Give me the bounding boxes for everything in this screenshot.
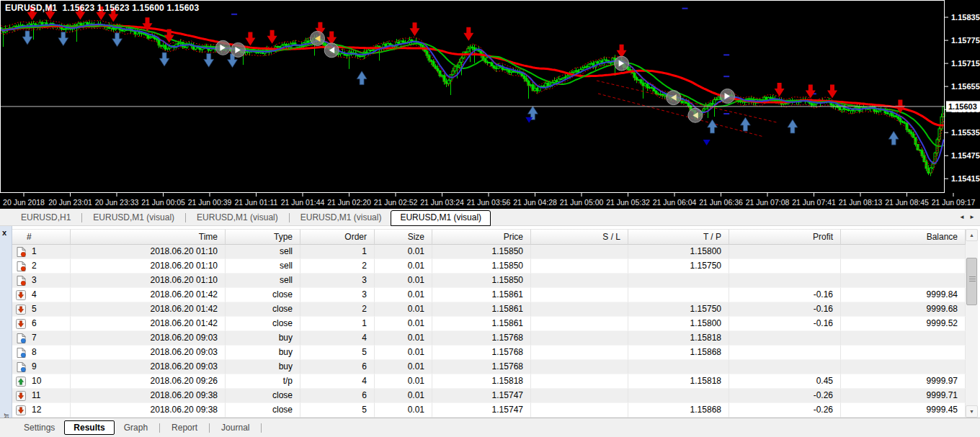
time-cell: 2018.06.20 01:42 xyxy=(71,317,226,331)
balance-cell: 9999.68 xyxy=(841,302,966,317)
time-cell: 2018.06.20 09:03 xyxy=(71,360,226,374)
size-cell: 0.01 xyxy=(375,389,432,403)
time-cell: 2018.06.20 01:42 xyxy=(71,302,226,317)
tester-tab-report[interactable]: Report xyxy=(162,420,207,435)
row-number: 4 xyxy=(32,288,37,302)
result-row-8[interactable]: 82018.06.20 09:03buy50.011.157681.15868 xyxy=(12,346,966,360)
order-tp-icon xyxy=(16,377,27,387)
table-scrollbar[interactable]: ▲ ▼ xyxy=(966,229,978,418)
result-row-3[interactable]: 32018.06.20 01:10sell30.011.15850 xyxy=(12,274,966,288)
sl-cell xyxy=(531,274,628,288)
row-number: 10 xyxy=(32,374,41,388)
time-cell: 2018.06.20 01:10 xyxy=(71,259,226,274)
tab-scroll-right-icon[interactable]: ► xyxy=(969,214,976,220)
size-cell: 0.01 xyxy=(375,360,432,374)
profit-cell: -0.16 xyxy=(729,288,841,302)
result-row-7[interactable]: 72018.06.20 09:03buy40.011.157681.15818 xyxy=(12,331,966,346)
price-tick-label: 1.15655 xyxy=(951,82,980,91)
column-header-order[interactable]: Order xyxy=(300,229,375,245)
sl-cell xyxy=(531,374,628,389)
time-cell: 2018.06.20 01:42 xyxy=(71,288,226,302)
size-cell: 0.01 xyxy=(375,374,432,389)
price-tick-label: 1.15535 xyxy=(951,128,980,137)
column-header-profit[interactable]: Profit xyxy=(729,229,841,245)
sl-cell xyxy=(531,403,628,418)
order-close-icon xyxy=(16,319,27,329)
time-tick-label: 21 Jun 02:52 xyxy=(374,198,418,207)
result-row-2[interactable]: 22018.06.20 01:10sell20.011.158501.15750 xyxy=(12,259,966,274)
tester-tab-journal[interactable]: Journal xyxy=(212,420,259,435)
table-header-row: #TimeTypeOrderSizePriceS / LT / PProfitB… xyxy=(12,229,966,245)
chart-tab-1[interactable]: EURUSD,H1 xyxy=(12,210,80,225)
buy-arrow-up-icon xyxy=(888,131,899,145)
tp-cell: 1.15750 xyxy=(628,302,729,317)
column-header-type[interactable]: Type xyxy=(226,229,300,245)
tester-tab-results[interactable]: Results xyxy=(64,420,114,435)
tp-cell: 1.15818 xyxy=(628,374,729,389)
profit-cell: -0.26 xyxy=(729,389,841,403)
column-header-sl[interactable]: S / L xyxy=(531,229,628,245)
profit-cell: -0.16 xyxy=(729,317,841,331)
tab-separator xyxy=(185,213,186,222)
result-row-9[interactable]: 92018.06.20 09:03buy60.011.15768 xyxy=(12,360,966,374)
tab-scroll-left-icon[interactable]: ◄ xyxy=(959,214,966,220)
column-header-tp[interactable]: T / P xyxy=(628,229,729,245)
tester-tab-settings[interactable]: Settings xyxy=(14,420,64,435)
tp-cell: 1.15868 xyxy=(628,346,729,360)
result-row-6[interactable]: 62018.06.20 01:42close10.011.158611.1580… xyxy=(12,317,966,331)
balance-cell: 9999.71 xyxy=(841,389,966,403)
tester-tab-bar: SettingsResultsGraphReportJournal xyxy=(0,418,980,437)
tester-tab-graph[interactable]: Graph xyxy=(115,420,157,435)
chart-tab-4[interactable]: EURUSD,M1 (visual) xyxy=(291,210,391,225)
size-cell: 0.01 xyxy=(375,259,432,274)
scroll-down-button[interactable]: ▼ xyxy=(966,405,978,418)
order-open-sell-icon xyxy=(16,247,27,257)
time-cell: 2018.06.20 09:38 xyxy=(71,389,226,403)
type-cell: buy xyxy=(226,346,300,360)
balance-cell xyxy=(841,259,966,274)
chart-title: EURUSD,M1 1.15623 1.15623 1.15600 1.1560… xyxy=(5,3,199,13)
scroll-up-button[interactable]: ▲ xyxy=(966,229,978,241)
column-header-num[interactable]: # xyxy=(12,229,71,245)
time-tick-label: 21 Jun 04:28 xyxy=(513,198,557,207)
result-row-5[interactable]: 52018.06.20 01:42close20.011.158611.1575… xyxy=(12,302,966,317)
chart-panel[interactable]: 1.158351.157751.157151.156551.155951.155… xyxy=(0,0,980,209)
time-tick-label: 21 Jun 03:56 xyxy=(467,198,511,207)
price-cell: 1.15861 xyxy=(432,302,531,317)
tab-separator xyxy=(81,213,82,222)
order-cell: 6 xyxy=(300,360,375,374)
results-table: #TimeTypeOrderSizePriceS / LT / PProfitB… xyxy=(0,226,980,418)
result-row-11[interactable]: 112018.06.20 09:38close60.011.15747-0.26… xyxy=(12,389,966,403)
time-cell: 2018.06.20 09:03 xyxy=(71,331,226,346)
row-number: 7 xyxy=(32,331,37,345)
result-row-12[interactable]: 122018.06.20 09:38close50.011.157471.158… xyxy=(12,403,966,418)
order-cell: 4 xyxy=(300,331,375,346)
trade-markers xyxy=(22,6,905,145)
result-row-4[interactable]: 42018.06.20 01:42close30.011.15861-0.169… xyxy=(12,288,966,302)
type-cell: sell xyxy=(226,259,300,274)
price-chart[interactable]: 1.158351.157751.157151.156551.155951.155… xyxy=(0,0,980,209)
price-cell: 1.15850 xyxy=(432,245,531,259)
row-number: 8 xyxy=(32,346,37,359)
column-header-balance[interactable]: Balance xyxy=(841,229,966,245)
chart-tab-2[interactable]: EURUSD,M1 (visual) xyxy=(84,210,184,225)
result-row-1[interactable]: 12018.06.20 01:10sell10.011.158501.15800 xyxy=(12,245,966,259)
row-number: 6 xyxy=(32,317,37,330)
column-header-size[interactable]: Size xyxy=(375,229,432,245)
chart-tab-bar: EURUSD,H1EURUSD,M1 (visual)EURUSD,M1 (vi… xyxy=(0,209,980,226)
tp-cell xyxy=(628,389,729,403)
scroll-thumb[interactable] xyxy=(966,258,977,305)
chart-tab-3[interactable]: EURUSD,M1 (visual) xyxy=(187,210,288,225)
order-cell: 3 xyxy=(300,274,375,288)
tab-scroll-controls: ◄ ► xyxy=(959,214,976,220)
type-cell: sell xyxy=(226,245,300,259)
tp-cell: 1.15868 xyxy=(628,403,729,418)
result-row-10[interactable]: 102018.06.20 09:26t/p40.011.158181.15818… xyxy=(12,374,966,389)
column-header-price[interactable]: Price xyxy=(432,229,531,245)
close-toolbox-button[interactable]: x xyxy=(2,229,11,238)
time-cell: 2018.06.20 09:38 xyxy=(71,403,226,418)
column-header-time[interactable]: Time xyxy=(71,229,226,245)
size-cell: 0.01 xyxy=(375,245,432,259)
size-cell: 0.01 xyxy=(375,302,432,317)
chart-tab-5-active[interactable]: EURUSD,M1 (visual) xyxy=(391,210,491,226)
